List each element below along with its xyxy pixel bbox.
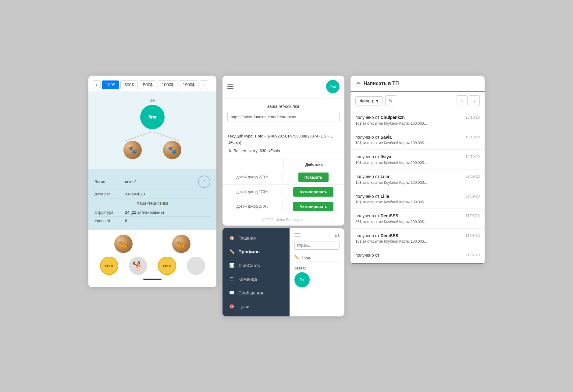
notif-content-4: получено от Lilia 15$ за открытие Клубно… (355, 174, 462, 185)
info-card: Логин unionf ⌃ Дата рег. 31/05/2020 Хара… (88, 169, 216, 230)
notif-date-1: 20/10/20 (465, 115, 480, 119)
notif-date-5: 09/09/20 (465, 194, 480, 198)
goals-icon: 🎯 (229, 304, 235, 309)
notif-main-4: получено от Lilia (355, 174, 462, 180)
prev-page-btn[interactable]: ‹ (457, 95, 468, 106)
profile-icon: ✏️ (229, 249, 235, 254)
menu-hamburger[interactable] (294, 233, 301, 237)
screen3-accent-bar (351, 263, 485, 264)
sidebar-label-messages: Сообщения (238, 290, 263, 295)
ref-link-input[interactable] (227, 112, 340, 122)
avatar-section-right: Аватар firs (294, 266, 340, 287)
personal-label: Перс (302, 255, 311, 260)
avatar-empty (187, 257, 205, 275)
sidebar-item-goals[interactable]: 🎯 Цели (222, 300, 290, 313)
refresh-button[interactable]: ↻ (385, 95, 396, 106)
prev-amount-btn[interactable]: ‹ (92, 80, 101, 89)
avatars-row2: Оля 🐕 Оля (94, 257, 210, 275)
avatars-section: 🐆 🐆 Оля 🐕 Оля (88, 230, 216, 287)
notif-item-6: получено от DeniSSS 35$ за открытие Клуб… (351, 209, 485, 229)
ref-link-section: Ваша ref-ссылка: (222, 98, 344, 128)
next-amount-btn[interactable]: › (200, 80, 208, 89)
scroll-up-btn[interactable]: ⌃ (198, 176, 210, 188)
packages-table: Действие довой доход 270% Показать довой… (222, 159, 344, 214)
notif-sub-7: 10$ за открытие Клубной Карты 100.00$... (355, 239, 462, 244)
amount-tab-300[interactable]: 300$ (120, 80, 138, 89)
row1-desc: довой доход 270% (222, 172, 283, 182)
avatar-right-label: Аватар (294, 266, 340, 270)
messages-icon: ✉️ (229, 290, 235, 295)
sidebar-menu: 🏠 Главная ✏️ Профиль 📊 ClubCards ☰ Коман… (222, 228, 290, 316)
notif-sub-5: 10$ за открытие Клубной Карты 100.00$... (355, 200, 462, 204)
screen2-header: first (222, 76, 344, 98)
sidebar-item-team[interactable]: ☰ Команда (222, 272, 290, 286)
activate-btn-2[interactable]: Активировать (293, 202, 333, 211)
personal-edit-row[interactable]: ✏️ Перс (294, 253, 340, 262)
ref-link-label: Ваша ref-ссылка: (227, 104, 340, 109)
sidebar-item-clubcards[interactable]: 📊 ClubCards (222, 258, 290, 272)
activate-btn-1[interactable]: Активировать (293, 187, 333, 197)
brand-logo: first (326, 80, 340, 93)
notif-main-6: получено от DeniSSS (355, 213, 462, 219)
sidebar-label-home: Главная (238, 235, 256, 241)
sub-avatar-2: 🐾 (163, 141, 181, 159)
amount-tab-1900[interactable]: 1900$ (179, 80, 198, 89)
notif-item-5: получено от Lilia 10$ за открытие Клубно… (351, 189, 485, 209)
amount-tab-1000[interactable]: 1000$ (158, 80, 177, 89)
avatar-olya-2[interactable]: Оля (158, 257, 176, 275)
avatar-dog[interactable]: 🐕 (129, 257, 147, 275)
avatars-row1: 🐆 🐆 (94, 235, 210, 253)
rate-text: Текущий курс: 1 btc = $ 46928.5814753338… (227, 133, 340, 146)
show-btn[interactable]: Показать (298, 173, 329, 182)
table-row-3: довой доход 270% Активировать (222, 199, 344, 214)
screen3-title: Написать в ТП (364, 81, 399, 86)
sidebar-label-team: Команда (238, 276, 257, 282)
row1-action-cell: Показать (283, 170, 345, 184)
notif-main-2: получено от Savia (355, 134, 462, 141)
characteristics-title: Характеристика (94, 198, 210, 208)
home-icon: 🏠 (229, 235, 235, 240)
notif-content-8: получено от (355, 252, 462, 258)
notif-sub-2: 10$ за открытие Клубной Карты 100.00$... (355, 141, 462, 145)
avatar-brand-circle: firs (294, 272, 310, 287)
notif-date-7: 11/08/20 (465, 233, 480, 238)
sidebar-item-profile[interactable]: ✏️ Профиль (222, 245, 290, 258)
notif-item-8: получено от 21/07/20 (351, 248, 485, 263)
sidebar-item-home[interactable]: 🏠 Главная (222, 231, 290, 245)
clubcards-icon: 📊 (229, 263, 235, 268)
profile-tree-section: Вы first 🐾 🐾 (88, 92, 216, 169)
screen3-toolbar: Фильтр ▾ ↻ ‹ › (351, 92, 485, 110)
amount-tab-500[interactable]: 500$ (139, 80, 156, 89)
small-ref-input[interactable] (294, 241, 340, 250)
sidebar-label-clubcards: ClubCards (238, 263, 260, 268)
notif-main-3: получено от Ilsiya (355, 154, 462, 160)
sidebar-item-messages[interactable]: ✉️ Сообщения (222, 286, 290, 300)
notif-date-6: 11/08/20 (465, 213, 480, 218)
notif-sub-1: 10$ за открытие Клубной Карты 100.00$... (355, 121, 462, 126)
amount-tabs-bar: ‹ 100$ 300$ 500$ 1000$ 1900$ › (88, 76, 216, 92)
notif-content-6: получено от DeniSSS 35$ за открытие Клуб… (355, 213, 462, 224)
notif-content-3: получено от Ilsiya 10$ за открытие Клубн… (355, 154, 462, 165)
table-row-1: довой доход 270% Показать (222, 170, 344, 185)
structure-row: Структура 24 (22 активировано) (94, 208, 210, 217)
notif-main-5: получено от Lilia (355, 194, 462, 200)
edit-icon: ✏️ (294, 255, 299, 260)
menu-right-header: Ба (294, 233, 340, 237)
sidebar-label-goals: Цели (238, 304, 249, 309)
avatar-olya-1[interactable]: Оля (100, 257, 118, 275)
next-page-btn[interactable]: › (469, 95, 480, 106)
row2-action-cell: Активировать (283, 185, 345, 199)
hamburger-menu[interactable] (227, 84, 233, 89)
filter-label: Фильтр (360, 98, 374, 103)
filter-button[interactable]: Фильтр ▾ (355, 96, 383, 105)
notif-date-3: 12/10/20 (465, 154, 480, 159)
notif-sub-4: 15$ за открытие Клубной Карты 100.00$... (355, 180, 462, 185)
notif-item-1: получено от Chulpankzn 10$ за открытие К… (351, 110, 485, 130)
notif-item-7: получено от DeniSSS 10$ за открытие Клуб… (351, 229, 485, 248)
login-row: Логин unionf ⌃ (94, 174, 210, 190)
amount-tab-100[interactable]: 100$ (102, 80, 119, 89)
tree-diagram (94, 132, 210, 141)
notif-content-5: получено от Lilia 10$ за открытие Клубно… (355, 194, 462, 205)
notif-date-8: 21/07/20 (465, 252, 480, 257)
screen3-header: ✏ Написать в ТП (351, 76, 485, 92)
